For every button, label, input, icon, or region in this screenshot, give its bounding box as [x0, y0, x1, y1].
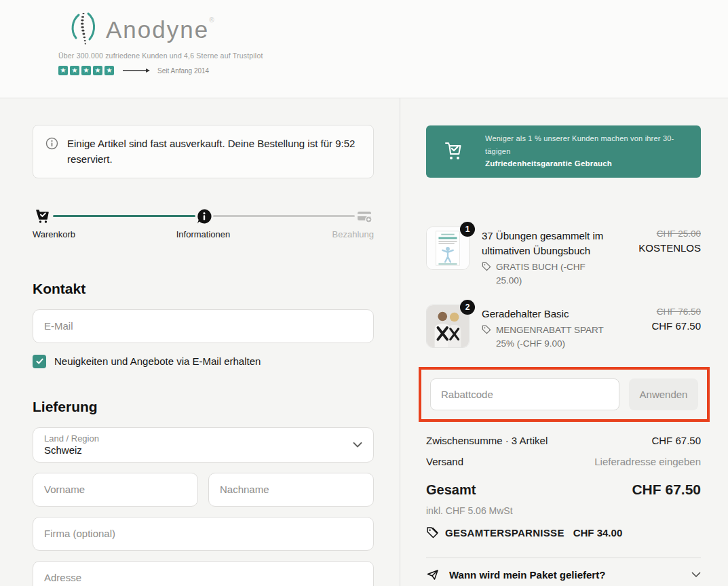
country-select[interactable]: Land / Region Schweiz	[33, 427, 374, 463]
registered-mark: ®	[209, 16, 215, 24]
tax-note: inkl. CHF 5.06 MwSt	[426, 505, 701, 516]
brand-logo[interactable]: Anodyne®	[69, 9, 728, 49]
shipping-heading: Lieferung	[33, 399, 374, 415]
item-old-price: CHF 25.00	[623, 229, 701, 239]
first-name-field[interactable]	[33, 473, 198, 507]
cart-item: 1 37 Übungen gesammelt im ultimativen Üb…	[426, 227, 701, 288]
contact-heading: Kontakt	[33, 281, 374, 297]
trustpilot-star-icon: ★	[70, 66, 79, 75]
faq-label: Wann wird mein Paket geliefert?	[449, 569, 682, 581]
order-summary-column: Weniger als 1 % unserer Kunden machen vo…	[400, 98, 728, 586]
info-circle-icon	[45, 137, 58, 150]
quantity-badge: 1	[460, 222, 475, 237]
cart-check-icon[interactable]	[33, 206, 53, 227]
product-thumbnail-brace: 2	[426, 305, 470, 348]
info-bubble-icon[interactable]	[195, 208, 213, 225]
faq-accordions: Wann wird mein Paket geliefert? Was bede…	[426, 558, 701, 586]
country-select-value: Schweiz	[44, 444, 362, 456]
site-header: Anodyne® Über 300.000 zufriedene Kunden …	[0, 0, 728, 98]
arrow-right-icon	[123, 68, 151, 73]
trustpilot-star-icon: ★	[104, 66, 114, 75]
chevron-down-icon	[353, 442, 362, 448]
step-warenkorb[interactable]: Warenkorb	[33, 229, 75, 239]
discount-code-input[interactable]	[430, 378, 619, 410]
product-thumbnail-book: 1	[426, 227, 470, 270]
last-name-field[interactable]	[208, 473, 374, 507]
since-note: Seit Anfang 2014	[157, 67, 209, 75]
guarantee-banner: Weniger als 1 % unserer Kunden machen vo…	[426, 125, 701, 178]
step-informationen: Informationen	[176, 229, 231, 239]
trustpilot-tagline: Über 300.000 zufriedene Kunden und 4,6 S…	[58, 52, 728, 60]
banner-line1: Weniger als 1 % unserer Kunden machen vo…	[485, 132, 691, 157]
item-price: CHF 67.50	[623, 320, 701, 332]
item-price: KOSTENLOS	[623, 242, 701, 254]
discount-annotation-box: Anwenden	[419, 367, 710, 422]
item-title: 37 Übungen gesammelt im ultimativen Übun…	[482, 229, 611, 258]
trustpilot-star-icon: ★	[81, 66, 91, 75]
item-old-price: CHF 76.50	[623, 307, 701, 317]
tags-icon	[426, 526, 439, 539]
total-label: Gesamt	[426, 482, 476, 498]
faq-delivery[interactable]: Wann wird mein Paket geliefert?	[426, 558, 701, 586]
item-title: Geradehalter Basic	[482, 307, 611, 321]
trustpilot-star-icon: ★	[58, 66, 68, 75]
address-field[interactable]	[33, 561, 374, 586]
shipping-value: Lieferadresse eingeben	[594, 456, 701, 467]
subtotal-value: CHF 67.50	[651, 435, 701, 446]
stock-alert-text: Einige Artikel sind fast ausverkauft. De…	[67, 136, 361, 168]
email-field[interactable]	[33, 309, 374, 343]
total-value: CHF 67.50	[632, 482, 701, 498]
stepper-line-done	[53, 215, 195, 217]
cart-item: 2 Geradehalter Basic MENGENRABATT SPART …	[426, 305, 701, 351]
newsletter-checkbox[interactable]	[33, 355, 46, 368]
anodyne-spine-icon	[69, 9, 100, 49]
step-bezahlung: Bezahlung	[332, 229, 374, 239]
cart-items: 1 37 Übungen gesammelt im ultimativen Üb…	[426, 227, 701, 351]
chevron-down-icon	[691, 572, 701, 578]
subtotal-label: Zwischensumme · 3 Artikel	[426, 435, 548, 446]
credit-card-icon	[355, 207, 374, 226]
stock-alert: Einige Artikel sind fast ausverkauft. De…	[33, 125, 374, 178]
stepper-line-todo	[213, 215, 356, 217]
company-field[interactable]	[33, 517, 374, 551]
trustpilot-star-icon: ★	[93, 66, 102, 75]
country-select-label: Land / Region	[44, 433, 362, 444]
trustpilot-rating: ★ ★ ★ ★ ★ Seit Anfang 2014	[58, 66, 728, 75]
brand-name: Anodyne®	[106, 16, 216, 43]
newsletter-label[interactable]: Neuigkeiten und Angebote via E-Mail erha…	[54, 355, 261, 367]
tag-icon	[482, 325, 491, 334]
savings-value: CHF 34.00	[573, 527, 623, 539]
quantity-badge: 2	[460, 300, 475, 315]
shipping-label: Versand	[426, 456, 463, 467]
checkout-form-column: Einige Artikel sind fast ausverkauft. De…	[0, 98, 400, 586]
paper-plane-icon	[426, 568, 440, 582]
item-discount-tag: GRATIS BUCH (-CHF 25.00)	[496, 260, 611, 287]
banner-line2: Zufriedenheitsgarantie Gebrauch	[485, 157, 691, 171]
savings-label: GESAMTERSPARNISSE	[445, 527, 564, 539]
checkout-stepper: Warenkorb Informationen Bezahlung	[33, 206, 374, 250]
cart-check-white-icon	[440, 138, 467, 165]
item-discount-tag: MENGENRABATT SPART 25% (-CHF 9.00)	[496, 324, 611, 350]
order-totals: Zwischensumme · 3 Artikel CHF 67.50 Vers…	[426, 435, 701, 539]
tag-icon	[482, 262, 491, 271]
apply-discount-button[interactable]: Anwenden	[629, 378, 698, 410]
